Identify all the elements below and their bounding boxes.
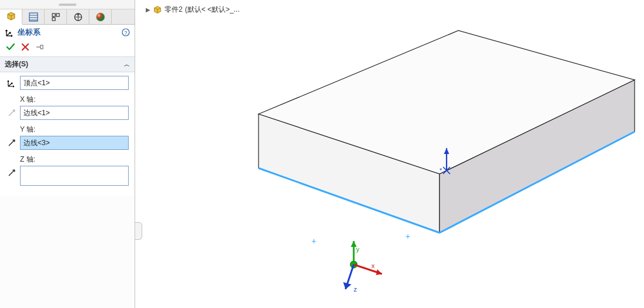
triad-y-label: y bbox=[356, 246, 360, 253]
check-icon bbox=[6, 42, 15, 52]
x-axis-label: X 轴: bbox=[20, 95, 129, 105]
coordinate-system-icon bbox=[5, 27, 15, 38]
configuration-icon bbox=[51, 12, 61, 22]
panel-tab-strip bbox=[0, 9, 135, 25]
tab-feature-manager[interactable] bbox=[0, 9, 22, 25]
selection-marker-1: + bbox=[311, 236, 316, 246]
y-axis-selection-box[interactable]: 边线<3> bbox=[20, 136, 129, 150]
selections-label: 选择(S) bbox=[5, 59, 28, 69]
property-manager-icon bbox=[28, 12, 39, 22]
pin-button[interactable] bbox=[35, 43, 43, 51]
tab-configuration-manager[interactable] bbox=[45, 9, 67, 24]
selections-section-header[interactable]: 选择(S) ︿ bbox=[0, 57, 135, 72]
svg-point-10 bbox=[96, 13, 105, 21]
property-manager-panel: 坐标系 ? 选择(S) ︿ bbox=[0, 0, 135, 308]
feature-title: 坐标系 bbox=[18, 27, 41, 38]
graphics-viewport[interactable]: ▶ 零件2 (默认< <默认>_... + + bbox=[135, 0, 644, 308]
y-axis-field: 边线<3> bbox=[6, 136, 129, 150]
svg-text:*: * bbox=[440, 167, 442, 174]
grip-icon bbox=[59, 4, 76, 6]
reverse-z-icon[interactable] bbox=[6, 167, 18, 179]
help-icon[interactable]: ? bbox=[122, 28, 130, 36]
x-icon bbox=[21, 43, 29, 51]
confirm-cancel-row bbox=[0, 40, 135, 57]
x-axis-field: 边线<1> bbox=[6, 106, 129, 120]
svg-rect-4 bbox=[52, 14, 55, 16]
panel-drag-handle[interactable] bbox=[0, 0, 135, 9]
collapse-caret-icon[interactable]: ︿ bbox=[124, 61, 130, 69]
reverse-y-icon[interactable] bbox=[6, 137, 18, 149]
cancel-button[interactable] bbox=[21, 43, 29, 51]
z-axis-label: Z 轴: bbox=[20, 155, 129, 165]
pushpin-icon bbox=[35, 43, 43, 51]
reverse-x-icon[interactable] bbox=[6, 107, 18, 119]
origin-axes-icon bbox=[6, 77, 18, 89]
svg-rect-6 bbox=[52, 18, 55, 21]
selections-section-body: 顶点<1> X 轴: 边线<1> Y 轴: 边线<3> bbox=[0, 72, 135, 196]
display-manager-icon bbox=[95, 12, 106, 22]
triad-z-label: z bbox=[354, 286, 357, 293]
x-axis-selection-box[interactable]: 边线<1> bbox=[20, 106, 129, 120]
z-axis-field bbox=[6, 166, 129, 186]
origin-selection-box[interactable]: 顶点<1> bbox=[20, 76, 129, 90]
dimxpert-icon bbox=[73, 12, 83, 22]
tab-dimxpert-manager[interactable] bbox=[67, 9, 89, 24]
origin-field: 顶点<1> bbox=[6, 76, 129, 90]
coord-system-preview-triad[interactable]: x y z bbox=[343, 241, 382, 293]
ok-button[interactable] bbox=[6, 42, 15, 52]
y-axis-label: Y 轴: bbox=[20, 125, 129, 135]
feature-manager-icon bbox=[6, 11, 16, 22]
triad-x-label: x bbox=[371, 262, 375, 269]
tab-display-manager[interactable] bbox=[89, 9, 112, 24]
tab-property-manager[interactable] bbox=[22, 9, 45, 24]
model-view: + + x y z bbox=[135, 0, 644, 308]
selection-marker-2: + bbox=[405, 232, 410, 241]
feature-title-row: 坐标系 ? bbox=[0, 25, 135, 40]
z-axis-selection-box[interactable] bbox=[20, 166, 129, 186]
svg-text:?: ? bbox=[124, 30, 127, 36]
svg-rect-5 bbox=[56, 14, 59, 16]
